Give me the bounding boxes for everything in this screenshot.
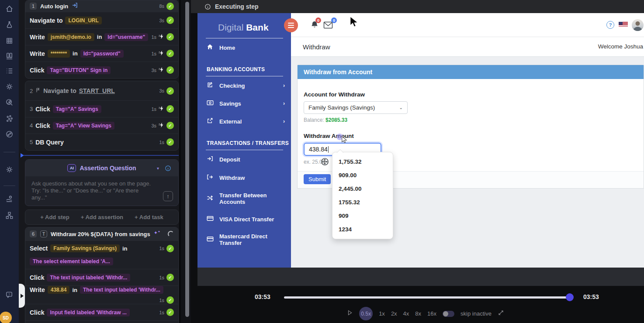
- us-flag-icon[interactable]: [619, 22, 628, 27]
- chevron-down-icon[interactable]: ▾: [157, 166, 159, 171]
- account-select[interactable]: Family Savings (Savings) ⌄: [304, 101, 408, 114]
- flask-icon[interactable]: [5, 20, 14, 29]
- assertion-input-area[interactable]: Ask questions about what you see on the …: [25, 176, 178, 206]
- home-icon[interactable]: [5, 4, 14, 14]
- scrollbar-thumb[interactable]: [185, 2, 189, 317]
- sidebar-item-deposit[interactable]: Deposit: [197, 150, 291, 168]
- sparkle-icon: ✦✦: [154, 230, 160, 236]
- add-task-button[interactable]: + Add task: [135, 214, 163, 220]
- step-row[interactable]: Select Family Savings (Savings) in 1s✓ T…: [25, 241, 178, 269]
- sidebar-item-checking[interactable]: Checking›: [197, 76, 291, 95]
- help-chat-icon[interactable]: ?: [5, 290, 14, 299]
- workflow-icon[interactable]: [5, 211, 14, 220]
- target-link[interactable]: START_URL: [79, 87, 115, 94]
- speed-option[interactable]: 1x: [379, 310, 385, 317]
- integrations-icon[interactable]: [5, 114, 14, 123]
- speed-option[interactable]: 16x: [427, 310, 436, 317]
- settings-gear-icon[interactable]: [5, 82, 14, 91]
- bank-sidebar: Digital Bank Home BANKING ACCOUNTS Check…: [197, 13, 291, 268]
- value-badge: LOGIN_URL: [65, 17, 101, 24]
- step-row[interactable]: 3 Click Tag="A" Savings 1s✓: [25, 100, 178, 117]
- sidebar-item-transfer[interactable]: Transfer Between Accounts: [197, 187, 291, 210]
- suggestion-item[interactable]: 1234: [332, 223, 393, 236]
- duration: 1s: [159, 298, 164, 303]
- skip-inactive-toggle[interactable]: [443, 311, 454, 317]
- help-icon[interactable]: ?: [606, 21, 614, 29]
- action-label: Write: [30, 50, 45, 57]
- step-row[interactable]: Click The text input labeled 'Withdr... …: [25, 269, 178, 285]
- cabinet-icon[interactable]: [5, 52, 14, 61]
- step-row[interactable]: Write ******** in Id="password" 1s✓: [25, 45, 178, 62]
- suggestion-item[interactable]: 1,755.32: [332, 155, 393, 168]
- speed-option-active[interactable]: 0.5x: [359, 307, 373, 320]
- step-row[interactable]: 2 Navigate to START_URL 3s✓: [25, 81, 178, 100]
- info-icon[interactable]: [165, 165, 171, 172]
- connector: in: [122, 245, 128, 252]
- panel-collapse-handle[interactable]: [19, 284, 25, 308]
- ai-badge: AI: [67, 164, 76, 172]
- speed-option[interactable]: 8x: [415, 310, 421, 317]
- suggestion-item[interactable]: 1755.32: [332, 196, 393, 209]
- user-avatar[interactable]: SD: [0, 312, 12, 323]
- user-search-icon[interactable]: [5, 98, 14, 107]
- action-label: Click: [30, 274, 44, 281]
- success-check-icon: ✓: [166, 296, 174, 304]
- step-row[interactable]: Navigate to LOGIN_URL 3s✓: [25, 12, 178, 28]
- play-icon[interactable]: [346, 309, 353, 318]
- chevron-down-icon: ⌄: [399, 105, 403, 110]
- suggestion-item[interactable]: 2,445.00: [332, 182, 393, 196]
- step-row[interactable]: 4 Click Tag="A" View Savings 3s✓: [25, 117, 178, 134]
- step-number-badge: 6: [30, 230, 37, 237]
- step-row[interactable]: Click Tag="BUTTON" Sign in 3s✓: [25, 62, 178, 78]
- sidebar-item-savings[interactable]: Savings›: [197, 95, 291, 112]
- step-row[interactable]: Write jsmith@demo.io in Id="username" 1s…: [25, 28, 178, 45]
- suggestion-item[interactable]: 909: [332, 209, 393, 223]
- step-1-header[interactable]: 1 Auto login 8s✓: [25, 0, 178, 12]
- checklist-icon[interactable]: [5, 66, 14, 76]
- progress-bar[interactable]: [284, 296, 568, 299]
- speed-option[interactable]: 2x: [391, 310, 397, 317]
- profile-avatar[interactable]: [632, 19, 644, 31]
- add-assertion-button[interactable]: + Add assertion: [81, 214, 123, 220]
- assertion-placeholder: Ask questions about what you see on the …: [31, 180, 173, 187]
- sidebar-item-home[interactable]: Home: [197, 38, 291, 57]
- executing-step-label: Executing step: [215, 3, 259, 10]
- mail-icon[interactable]: [323, 21, 333, 31]
- duration: 1s: [151, 51, 156, 56]
- progress-thumb[interactable]: [566, 293, 574, 301]
- step-row[interactable]: 5 DB Query 1s✓: [25, 134, 178, 150]
- step-row[interactable]: Click Input field labeled 'Withdraw ... …: [25, 304, 178, 320]
- success-check-icon: ✓: [166, 33, 174, 41]
- submit-button[interactable]: Submit: [304, 174, 331, 184]
- speed-option[interactable]: 4x: [403, 310, 409, 317]
- grid-icon[interactable]: [5, 36, 14, 45]
- add-step-button[interactable]: + Add step: [40, 214, 69, 220]
- text-caret: [328, 146, 329, 153]
- service-hand-icon[interactable]: [5, 194, 14, 203]
- sidebar-item-visa-transfer[interactable]: VISA Direct Transfer: [197, 210, 291, 228]
- suggestion-item[interactable]: 909.00: [332, 168, 393, 182]
- sidebar-item-mastercard-transfer[interactable]: Mastercard Direct Transfer: [197, 228, 291, 251]
- step-row[interactable]: Write 438.84 in The text input labeled '…: [25, 285, 178, 304]
- amount-label: Withdraw Amount: [304, 133, 637, 139]
- sidebar-item-external[interactable]: External›: [197, 112, 291, 131]
- value-badge: 438.84: [48, 286, 70, 294]
- mouse-cursor: [340, 136, 348, 145]
- share-link-icon[interactable]: [5, 130, 14, 139]
- gear-icon[interactable]: [5, 165, 14, 174]
- page-title: Withdraw: [303, 43, 330, 51]
- withdraw-card-header: Withdraw from Account: [298, 65, 644, 79]
- success-check-icon: ✓: [166, 87, 174, 95]
- success-check-icon: ✓: [166, 105, 174, 113]
- target-badge: Id="password": [80, 50, 124, 58]
- sidebar-item-withdraw[interactable]: Withdraw: [197, 168, 291, 187]
- assertion-header[interactable]: AI Assertion Question ▾: [25, 160, 178, 176]
- money-icon: [207, 100, 214, 107]
- submit-arrow-button[interactable]: ↑: [163, 191, 173, 201]
- step-6-header[interactable]: 6 T Withdraw 20% ${DATA} from savings ✦✦: [25, 227, 178, 241]
- fullscreen-icon[interactable]: [498, 309, 504, 318]
- sidebar-toggle-button[interactable]: [284, 18, 298, 32]
- test-steps-panel: 1 Auto login 8s✓ Navigate to LOGIN_URL 3…: [19, 0, 180, 323]
- step-row[interactable]: Write 438.84 in Tag="INPUT": [25, 320, 178, 323]
- withdraw-icon: [207, 174, 214, 182]
